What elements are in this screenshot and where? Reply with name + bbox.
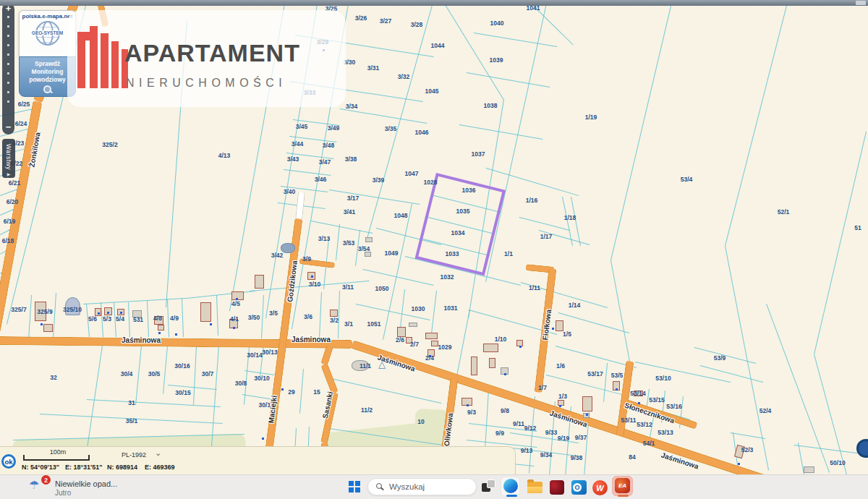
address-point: [311, 276, 313, 278]
address-point: [616, 388, 618, 391]
zoom-control[interactable]: + −: [2, 3, 14, 135]
outlook-icon[interactable]: O: [571, 480, 587, 495]
parcel-label: 3/38: [345, 155, 357, 163]
parcel-label: 30/16: [174, 362, 190, 370]
parcel-boundary-line: [474, 33, 557, 47]
parcel-boundary-line: [193, 346, 197, 405]
desktop-screen: △ 6/256/246/236/226/216/206/196/18325/24…: [0, 0, 868, 499]
building: [409, 323, 417, 327]
parcel-label: 2/6: [396, 336, 404, 344]
parcel-boundary-line: [28, 295, 32, 340]
parcel-boundary-line: [814, 132, 867, 354]
ea-app-icon[interactable]: EA: [615, 478, 630, 493]
parcel-label: 29: [288, 388, 294, 396]
address-point: [638, 402, 640, 404]
parcel-boundary-line: [338, 291, 340, 338]
parcel-label: 9/9: [495, 430, 504, 437]
building: [158, 325, 164, 330]
parcel-label: 1036: [462, 187, 476, 194]
parcel-label: 30/8: [235, 380, 247, 387]
building: [365, 237, 373, 242]
parcel-label: 30/4: [121, 370, 133, 378]
crs-selector[interactable]: PL-1992: [122, 451, 146, 459]
parcel-boundary-line: [319, 292, 322, 338]
parcel-label: 9/11: [513, 420, 524, 427]
parcel-label: 9/12: [524, 425, 537, 432]
parcel-boundary-line: [485, 0, 548, 282]
parcel-label: 1034: [451, 229, 465, 236]
parcel-label: 53/10: [655, 375, 671, 382]
parcel-label: 3/43: [287, 155, 299, 163]
parcel-label: 1040: [490, 20, 504, 27]
parcel-label: 3/47: [319, 158, 331, 166]
parcel-label: 3/45: [296, 123, 308, 130]
parcel-label: 1044: [431, 42, 445, 49]
parcel-boundary-line: [163, 346, 168, 394]
parcel-label: 1/1: [504, 250, 513, 257]
wps-office-icon[interactable]: W: [592, 480, 608, 495]
file-explorer-icon[interactable]: [527, 482, 542, 493]
map-edge-button[interactable]: [856, 439, 868, 458]
zoom-slider-track[interactable]: [7, 16, 9, 107]
parcel-label: 52/4: [760, 407, 772, 414]
building: [425, 333, 438, 339]
parcel-label: 2/7: [410, 341, 419, 348]
parcel-boundary-line: [299, 369, 304, 414]
edge-active-indicator: [506, 495, 517, 497]
parcel-label: 3/11: [342, 283, 354, 291]
parcel-label: 84: [629, 453, 635, 461]
parcel-label: 51: [854, 224, 861, 231]
layers-panel-tab[interactable]: Warstwy ▶: [2, 139, 15, 178]
zoom-out-button[interactable]: −: [2, 121, 14, 133]
parcel-label: 3/34: [346, 103, 358, 110]
parcel-label: 1030: [412, 305, 425, 312]
parcel-label: 9/34: [540, 451, 553, 459]
address-point: [98, 312, 100, 315]
weather-title[interactable]: Niewielkie opad...: [55, 479, 117, 488]
parcel-label: 6/18: [2, 237, 14, 244]
weather-umbrella-icon[interactable]: ☂: [29, 478, 39, 492]
parcel-label: 35/1: [126, 417, 138, 425]
watermark-title: APARTAMENT: [124, 39, 300, 67]
task-view-button[interactable]: [482, 479, 496, 492]
parcel-label: 3/26: [355, 14, 367, 22]
parcel-label: 1029: [438, 344, 452, 351]
parcel-label: 3/9: [302, 255, 311, 263]
building: [255, 275, 264, 289]
parcel-label: 53/9: [714, 354, 726, 362]
parcel-label: 1028: [424, 179, 438, 186]
parcel-label: 1032: [441, 273, 454, 281]
parcel-label: 3/27: [380, 17, 392, 25]
parcel-boundary-line: [135, 346, 142, 405]
parcel-label: 15: [313, 388, 320, 396]
map-status-bar: ok 100m PL-1992 ⌄ N: 54°09'13" E: 18°31'…: [0, 446, 516, 475]
parcel-label: 3/17: [347, 195, 359, 202]
taskbar-search[interactable]: Wyszukaj: [367, 478, 477, 495]
parcel-label: 1/3: [558, 393, 567, 400]
parcel-boundary-line: [442, 0, 504, 101]
parcel-label: 4/9: [170, 315, 179, 322]
parcel-boundary-line: [363, 269, 434, 286]
address-point: [262, 438, 264, 440]
parcel-label: 53/17: [587, 370, 603, 378]
parcel-label: 3/44: [292, 140, 304, 148]
parcel-label: 3/5: [269, 310, 278, 317]
parcel-label: 3/2: [330, 317, 339, 324]
building: [582, 396, 592, 411]
building: [330, 310, 338, 317]
ok-button[interactable]: ok: [1, 454, 16, 469]
building: [804, 466, 814, 473]
start-button[interactable]: [349, 481, 360, 492]
parcel-label: 52/3: [741, 446, 754, 453]
parcel-label: 1039: [490, 56, 503, 64]
chevron-down-icon[interactable]: ⌄: [155, 448, 161, 458]
weather-badge: 2: [41, 475, 51, 485]
parcel-boundary-line: [187, 291, 255, 299]
parcel-label: 1033: [446, 250, 459, 257]
agency-watermark: APARTAMENT NIERUCHOMOŚCI: [67, 10, 346, 107]
building: [483, 344, 498, 352]
address-point: [210, 323, 212, 325]
parcel-label: 31: [128, 399, 135, 406]
photos-app-icon[interactable]: [550, 480, 564, 495]
edge-browser-icon[interactable]: [503, 479, 518, 493]
